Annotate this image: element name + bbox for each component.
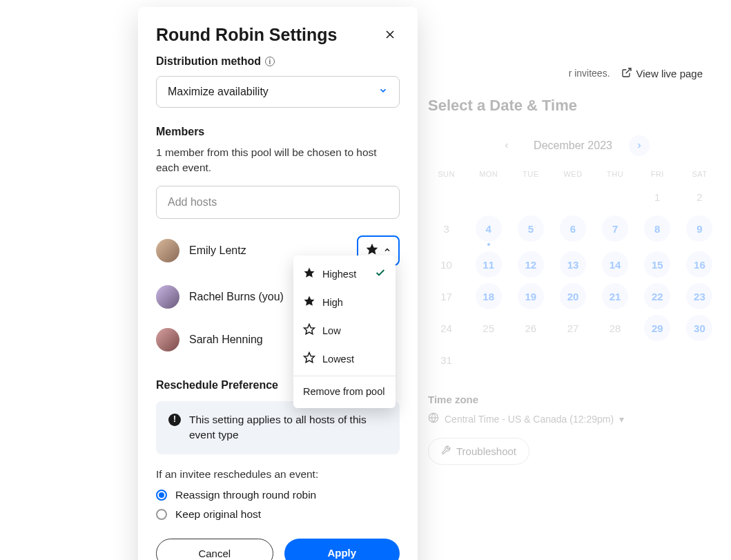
priority-option-high[interactable]: High bbox=[293, 288, 396, 316]
troubleshoot-button[interactable]: Troubleshoot bbox=[428, 438, 529, 465]
calendar-day: 10 bbox=[433, 251, 460, 278]
calendar-day[interactable]: 11 bbox=[476, 251, 502, 278]
calendar-day[interactable]: 12 bbox=[518, 251, 544, 278]
prev-month-button[interactable] bbox=[496, 135, 517, 156]
calendar-day[interactable]: 8 bbox=[644, 215, 670, 242]
wrench-icon bbox=[441, 445, 451, 457]
calendar-day: 2 bbox=[686, 184, 712, 210]
apply-button[interactable]: Apply bbox=[284, 539, 400, 560]
calendar-day[interactable]: 16 bbox=[686, 251, 712, 278]
avatar bbox=[156, 285, 179, 309]
calendar-day: 3 bbox=[433, 215, 460, 242]
priority-option-label: High bbox=[322, 297, 343, 308]
calendar-day[interactable]: 23 bbox=[686, 283, 712, 309]
calendar-day bbox=[602, 347, 628, 373]
radio-unchecked-icon bbox=[156, 509, 167, 520]
calendar-dow: TUE bbox=[512, 170, 549, 178]
external-link-icon bbox=[621, 67, 632, 80]
info-icon[interactable]: i bbox=[265, 57, 275, 66]
calendar-day[interactable]: 19 bbox=[518, 283, 544, 309]
priority-option-highest[interactable]: Highest bbox=[293, 260, 396, 288]
svg-marker-6 bbox=[304, 268, 315, 278]
calendar-dow: WED bbox=[554, 170, 591, 178]
avatar bbox=[156, 328, 179, 351]
calendar-day: 1 bbox=[644, 184, 670, 210]
svg-point-1 bbox=[429, 413, 438, 422]
calendar-preview: Select a Date & Time December 2023 SUNMO… bbox=[428, 97, 718, 465]
star-outline-icon bbox=[303, 351, 315, 366]
calendar-day[interactable]: 4 bbox=[476, 215, 502, 242]
calendar-day: 26 bbox=[518, 315, 544, 341]
calendar-day[interactable]: 7 bbox=[602, 215, 628, 242]
calendar-day[interactable]: 29 bbox=[644, 315, 670, 341]
view-live-label: View live page bbox=[636, 68, 703, 79]
calendar-day bbox=[433, 184, 460, 210]
priority-option-label: Highest bbox=[322, 269, 356, 280]
today-indicator bbox=[487, 243, 490, 246]
svg-marker-5 bbox=[367, 244, 378, 255]
star-filled-icon bbox=[303, 267, 315, 281]
distribution-method-select[interactable]: Maximize availability bbox=[156, 76, 400, 108]
calendar-day[interactable]: 22 bbox=[644, 283, 670, 309]
calendar-day[interactable]: 30 bbox=[686, 315, 712, 341]
view-live-page-link[interactable]: View live page bbox=[621, 67, 703, 80]
check-icon bbox=[375, 267, 386, 280]
priority-option-label: Low bbox=[322, 325, 341, 336]
calendar-day bbox=[476, 347, 502, 373]
troubleshoot-label: Troubleshoot bbox=[456, 445, 516, 457]
calendar-day: 31 bbox=[433, 347, 460, 373]
svg-line-0 bbox=[625, 68, 630, 73]
cancel-button[interactable]: Cancel bbox=[156, 539, 273, 560]
calendar-day[interactable]: 6 bbox=[560, 215, 586, 242]
close-icon bbox=[383, 32, 397, 44]
reschedule-notice-text: This setting applies to all hosts of thi… bbox=[189, 412, 387, 443]
preview-note: r invitees. bbox=[569, 68, 610, 79]
calendar-day bbox=[602, 184, 628, 210]
add-hosts-input[interactable]: Add hosts bbox=[156, 186, 400, 219]
calendar-day bbox=[560, 347, 586, 373]
distribution-method-value: Maximize availability bbox=[168, 86, 269, 98]
modal-title: Round Robin Settings bbox=[156, 25, 337, 45]
calendar-day: 28 bbox=[602, 315, 628, 341]
calendar-day[interactable]: 15 bbox=[644, 251, 670, 278]
calendar-dow: MON bbox=[470, 170, 507, 178]
calendar-day bbox=[518, 347, 544, 373]
members-description: 1 member from this pool will be chosen t… bbox=[156, 145, 400, 176]
reschedule-prompt: If an invitee reschedules an event: bbox=[156, 467, 400, 482]
next-month-button[interactable] bbox=[629, 135, 650, 156]
priority-option-low[interactable]: Low bbox=[293, 316, 396, 345]
calendar-day: 17 bbox=[433, 283, 460, 309]
calendar-day[interactable]: 5 bbox=[518, 215, 544, 242]
priority-option-lowest[interactable]: Lowest bbox=[293, 345, 396, 373]
caret-down-icon: ▾ bbox=[619, 414, 624, 425]
calendar-day bbox=[644, 347, 670, 373]
calendar-dow: FRI bbox=[639, 170, 676, 178]
star-outline-icon bbox=[303, 323, 315, 338]
calendar-day[interactable]: 21 bbox=[602, 283, 628, 309]
avatar bbox=[156, 239, 179, 262]
calendar-dow: SUN bbox=[428, 170, 465, 178]
calendar-day bbox=[518, 184, 544, 210]
member-name: Rachel Burns (you) bbox=[189, 291, 284, 303]
calendar-day: 25 bbox=[476, 315, 502, 341]
calendar-day[interactable]: 13 bbox=[560, 251, 586, 278]
calendar-day bbox=[560, 184, 586, 210]
reschedule-notice: ! This setting applies to all hosts of t… bbox=[156, 401, 400, 454]
calendar-day[interactable]: 14 bbox=[602, 251, 628, 278]
menu-divider bbox=[293, 376, 396, 376]
chevron-down-icon bbox=[378, 86, 388, 98]
calendar-dow: THU bbox=[597, 170, 634, 178]
radio-reassign-round-robin[interactable]: Reassign through round robin bbox=[156, 489, 400, 501]
calendar-day[interactable]: 18 bbox=[476, 283, 502, 309]
radio-keep-original-host[interactable]: Keep original host bbox=[156, 508, 400, 521]
close-button[interactable] bbox=[380, 25, 400, 47]
radio-keep-label: Keep original host bbox=[175, 508, 261, 521]
calendar-day[interactable]: 20 bbox=[560, 283, 586, 309]
calendar-month-label: December 2023 bbox=[534, 139, 612, 152]
remove-from-pool-option[interactable]: Remove from pool bbox=[293, 379, 396, 404]
calendar-day[interactable]: 9 bbox=[686, 215, 712, 242]
members-title: Members bbox=[156, 126, 400, 138]
calendar-day: 24 bbox=[433, 315, 460, 341]
timezone-title: Time zone bbox=[428, 394, 718, 405]
timezone-select[interactable]: Central Time - US & Canada (12:29pm) ▾ bbox=[428, 412, 718, 425]
